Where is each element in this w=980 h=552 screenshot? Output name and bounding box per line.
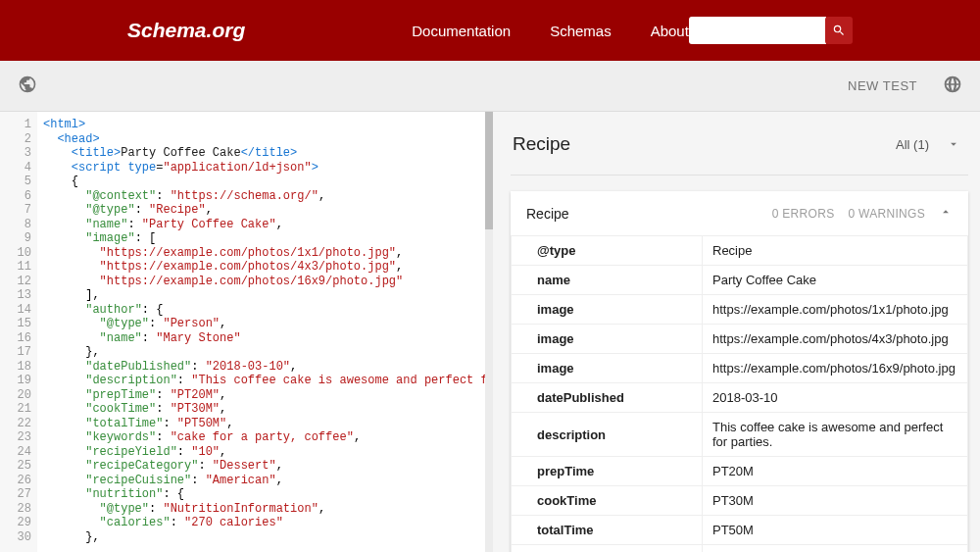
property-key: image [512, 295, 703, 325]
main-split: 1234567891011121314151617181920212223242… [0, 112, 980, 552]
property-key: @type [512, 236, 703, 266]
properties-table: @typeRecipenameParty Coffee Cakeimagehtt… [511, 236, 968, 552]
nav-documentation[interactable]: Documentation [412, 23, 511, 39]
property-value: PT30M [703, 486, 968, 516]
search-icon [832, 24, 846, 37]
property-value: https://example.com/photos/1x1/photo.jpg [703, 295, 968, 325]
site-header: Schema.org Documentation Schemas About [0, 0, 980, 61]
property-value: PT20M [703, 457, 968, 486]
property-key: keywords [512, 545, 703, 553]
results-header: Recipe All (1) [511, 125, 968, 176]
table-row[interactable]: nameParty Coffee Cake [512, 266, 968, 295]
property-key: description [512, 413, 703, 457]
nav-schemas[interactable]: Schemas [550, 23, 612, 39]
table-row[interactable]: imagehttps://example.com/photos/1x1/phot… [512, 295, 968, 325]
property-value: PT50M [703, 516, 968, 545]
table-row[interactable]: prepTimePT20M [512, 457, 968, 486]
search-input[interactable] [689, 17, 826, 44]
table-row[interactable]: descriptionThis coffee cake is awesome a… [512, 413, 968, 457]
search [689, 17, 853, 44]
line-gutter: 1234567891011121314151617181920212223242… [0, 112, 37, 552]
table-row[interactable]: @typeRecipe [512, 236, 968, 266]
table-row[interactable]: imagehttps://example.com/photos/16x9/pho… [512, 354, 968, 383]
search-button[interactable] [825, 17, 853, 44]
property-key: datePublished [512, 383, 703, 413]
chevron-up-icon[interactable] [939, 205, 953, 222]
table-row[interactable]: cookTimePT30M [512, 486, 968, 516]
scroll-thumb[interactable] [485, 112, 493, 229]
property-value: 2018-03-10 [703, 383, 968, 413]
warnings-count: 0 WARNINGS [848, 207, 925, 221]
property-value: Recipe [703, 236, 968, 266]
result-card: Recipe 0 ERRORS 0 WARNINGS @typeRecipena… [511, 191, 968, 552]
property-key: totalTime [512, 516, 703, 545]
filter-label: All (1) [896, 137, 929, 152]
table-row[interactable]: imagehttps://example.com/photos/4x3/phot… [512, 325, 968, 354]
card-stats: 0 ERRORS 0 WARNINGS [772, 205, 953, 222]
property-key: cookTime [512, 486, 703, 516]
property-value: https://example.com/photos/16x9/photo.jp… [703, 354, 968, 383]
new-test-button[interactable]: NEW TEST [848, 78, 917, 93]
table-row[interactable]: datePublished2018-03-10 [512, 383, 968, 413]
chevron-down-icon [947, 137, 960, 151]
language-icon[interactable] [943, 75, 962, 97]
brand-logo[interactable]: Schema.org [127, 19, 245, 42]
property-value: https://example.com/photos/4x3/photo.jpg [703, 325, 968, 354]
card-header[interactable]: Recipe 0 ERRORS 0 WARNINGS [511, 191, 968, 236]
property-key: name [512, 266, 703, 295]
results-pane: Recipe All (1) Recipe 0 ERRORS 0 WARNING… [493, 112, 980, 552]
filter-dropdown[interactable]: All (1) [896, 137, 960, 152]
code-pane: 1234567891011121314151617181920212223242… [0, 112, 493, 552]
globe-icon[interactable] [18, 75, 37, 97]
property-value: Party Coffee Cake [703, 266, 968, 295]
property-key: image [512, 354, 703, 383]
table-row[interactable]: totalTimePT50M [512, 516, 968, 545]
property-key: image [512, 325, 703, 354]
property-value: This coffee cake is awesome and perfect … [703, 413, 968, 457]
main-nav: Documentation Schemas About [412, 23, 689, 39]
card-title: Recipe [526, 206, 569, 222]
table-row[interactable]: keywordscake for a party, coffee [512, 545, 968, 553]
toolbar: NEW TEST [0, 61, 980, 112]
results-title: Recipe [513, 133, 570, 155]
nav-about[interactable]: About [651, 23, 689, 39]
property-value: cake for a party, coffee [703, 545, 968, 553]
code-editor[interactable]: <html> <head> <title>Party Coffee Cake</… [37, 112, 493, 552]
scrollbar[interactable] [485, 112, 493, 552]
property-key: prepTime [512, 457, 703, 486]
errors-count: 0 ERRORS [772, 207, 835, 221]
